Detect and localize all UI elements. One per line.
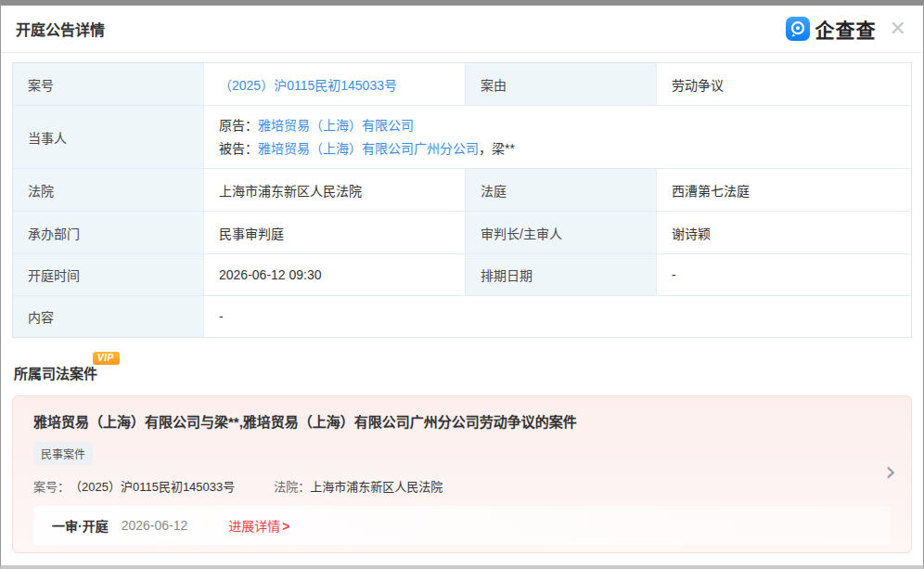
card-case-number-value: （2025）沪0115民初145033号: [70, 477, 235, 495]
schedule-date-label: 排期日期: [466, 254, 656, 295]
page-title: 开庭公告详情: [16, 18, 105, 40]
card-case-number-label: 案号：: [33, 477, 70, 495]
parties-value: 原告：雅培贸易（上海）有限公司 被告：雅培贸易（上海）有限公司广州分公司，梁**: [204, 106, 911, 168]
defendant-company-link[interactable]: 雅培贸易（上海）有限公司广州分公司: [258, 141, 479, 156]
case-number-link[interactable]: （2025）沪0115民初145033号: [219, 75, 397, 94]
chevron-right-icon[interactable]: ›: [885, 458, 896, 485]
related-case-section-head: VIP 所属司法案件: [14, 363, 97, 382]
defendant-person: ，梁**: [479, 141, 515, 156]
courtroom-value: 西漕第七法庭: [657, 169, 911, 211]
progress-detail-link[interactable]: 进展详情>: [228, 516, 289, 535]
plaintiff-line: 原告：雅培贸易（上海）有限公司: [219, 114, 414, 137]
department-value: 民事审判庭: [204, 212, 465, 253]
court-announcement-dialog: 开庭公告详情 企查查: [0, 0, 924, 569]
card-court-label: 法院：: [274, 477, 310, 495]
cause-value: 劳动争议: [657, 63, 911, 105]
vip-badge: VIP: [93, 352, 120, 365]
related-case-card[interactable]: 雅培贸易（上海）有限公司与梁**,雅培贸易（上海）有限公司广州分公司劳动争议的案…: [12, 395, 912, 553]
dialog-body: 案号 （2025）沪0115民初145033号 案由 劳动争议 当事人 原告：雅…: [1, 62, 923, 553]
progress-chevron-icon: >: [282, 519, 289, 534]
department-label: 承办部门: [13, 212, 203, 253]
dialog-header: 开庭公告详情 企查查: [1, 6, 923, 53]
courtroom-label: 法庭: [466, 169, 656, 211]
hearing-time-label: 开庭时间: [13, 254, 203, 295]
case-type-badge: 民事案件: [33, 442, 93, 465]
case-stage-date: 2026-06-12: [122, 518, 188, 533]
content-value: -: [204, 296, 911, 337]
close-icon[interactable]: ✕: [886, 17, 910, 41]
defendant-line: 被告：雅培贸易（上海）有限公司广州分公司，梁**: [219, 137, 515, 161]
hearing-time-value: 2026-06-12 09:30: [204, 254, 465, 295]
case-number-label: 案号: [13, 63, 203, 105]
meta-spacer: [235, 477, 274, 495]
plaintiff-role-label: 原告：: [219, 118, 258, 133]
plaintiff-company-link[interactable]: 雅培贸易（上海）有限公司: [258, 118, 414, 133]
cause-label: 案由: [466, 63, 656, 105]
card-court-value: 上海市浦东新区人民法院: [310, 477, 443, 495]
court-label: 法院: [13, 169, 203, 211]
parties-label: 当事人: [13, 106, 203, 168]
case-stage: 一审·开庭: [52, 516, 109, 535]
judge-label: 审判长/主审人: [466, 212, 656, 253]
case-meta-row: 案号： （2025）沪0115民初145033号 法院： 上海市浦东新区人民法院: [33, 477, 891, 495]
defendant-role-label: 被告：: [219, 141, 258, 156]
court-value: 上海市浦东新区人民法院: [204, 169, 465, 211]
case-title: 雅培贸易（上海）有限公司与梁**,雅培贸易（上海）有限公司广州分公司劳动争议的案…: [33, 411, 891, 431]
header-right: 企查查 ✕: [786, 15, 910, 43]
case-timeline-bar: 一审·开庭 2026-06-12 进展详情>: [33, 506, 891, 545]
case-number-value: （2025）沪0115民初145033号: [204, 63, 465, 105]
judge-value: 谢诗颖: [657, 212, 911, 253]
content-label: 内容: [13, 296, 203, 337]
qichacha-logo-icon: [786, 17, 810, 41]
related-case-section-title: 所属司法案件: [14, 366, 97, 381]
qichacha-brand: 企查查: [786, 15, 877, 43]
schedule-date-value: -: [657, 254, 911, 295]
brand-name: 企查查: [815, 15, 877, 43]
announcement-detail-table: 案号 （2025）沪0115民初145033号 案由 劳动争议 当事人 原告：雅…: [12, 62, 912, 338]
